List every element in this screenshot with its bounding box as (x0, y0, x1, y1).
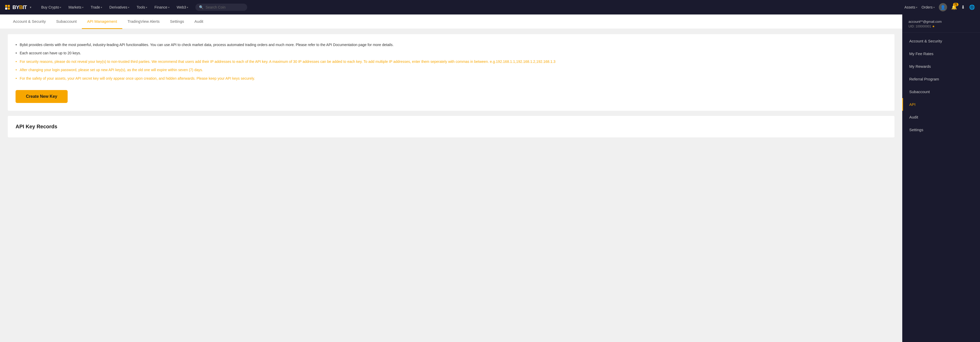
nav-finance[interactable]: Finance ▾ (151, 3, 173, 11)
chevron-down-icon: ▾ (187, 6, 188, 9)
orders-link[interactable]: Orders ▾ (921, 5, 935, 10)
records-title: API Key Records (16, 124, 887, 130)
brand-icon (5, 5, 10, 10)
navbar: BYBIT ▼ Buy Crypto ▾ Markets ▾ Trade ▾ D… (0, 0, 980, 14)
chevron-down-icon: ▾ (916, 6, 917, 9)
content-area: Bybit provides clients with the most pow… (0, 34, 902, 145)
records-card: API Key Records (8, 116, 894, 137)
sidebar-item-audit[interactable]: Audit (902, 111, 980, 124)
page-layout: Account & Security Subaccount API Manage… (0, 14, 980, 342)
chevron-down-icon: ▾ (168, 6, 169, 9)
right-sidebar: account**@gmail.com UID: 100000001 ★ Acc… (902, 14, 980, 342)
chevron-down-icon: ▾ (60, 6, 61, 9)
tab-settings[interactable]: Settings (165, 14, 189, 29)
tab-api-management[interactable]: API Management (82, 14, 122, 29)
search-bar[interactable]: 🔍 (196, 4, 247, 11)
nav-right: Assets ▾ Orders ▾ 👤 🔔 71 ⬇ 🌐 (904, 3, 975, 11)
notification-badge: 71 (953, 3, 958, 6)
nav-tools[interactable]: Tools ▾ (134, 3, 150, 11)
chevron-down-icon: ▾ (128, 6, 129, 9)
user-info: account**@gmail.com UID: 100000001 ★ (902, 14, 980, 33)
globe-icon: 🌐 (969, 5, 975, 10)
sidebar-item-api[interactable]: API (902, 98, 980, 111)
sidebar-item-account-security[interactable]: Account & Security (902, 35, 980, 48)
tab-tradingview-alerts[interactable]: TradingView Alerts (122, 14, 165, 29)
chevron-down-icon: ▾ (933, 6, 935, 9)
brand[interactable]: BYBIT ▼ (5, 5, 32, 10)
language-button[interactable]: 🌐 (969, 5, 975, 10)
search-input[interactable] (205, 5, 242, 10)
create-key-button[interactable]: Create New Key (16, 90, 68, 103)
download-icon: ⬇ (961, 5, 965, 10)
search-icon: 🔍 (199, 5, 204, 10)
nav-derivatives[interactable]: Derivatives ▾ (106, 3, 132, 11)
info-item-password-warning: After changing your login password, plea… (16, 67, 887, 73)
sidebar-item-referral[interactable]: Referral Program (902, 73, 980, 86)
sidebar-item-fee-rates[interactable]: My Fee Rates (902, 48, 980, 60)
sidebar-item-rewards[interactable]: My Rewards (902, 60, 980, 73)
avatar-icon: 👤 (940, 5, 945, 10)
nav-items: Buy Crypto ▾ Markets ▾ Trade ▾ Derivativ… (38, 3, 904, 11)
nav-markets[interactable]: Markets ▾ (65, 3, 86, 11)
main-content: Account & Security Subaccount API Manage… (0, 14, 902, 342)
info-card: Bybit provides clients with the most pow… (8, 34, 894, 111)
info-item-safety-warning: For the safety of your assets, your API … (16, 76, 887, 81)
sidebar-item-subaccount[interactable]: Subaccount (902, 86, 980, 98)
brand-name: BYBIT (13, 5, 27, 10)
chevron-down-icon: ▾ (101, 6, 102, 9)
download-button[interactable]: ⬇ (961, 5, 965, 10)
user-email: account**@gmail.com (908, 20, 974, 24)
info-item-security-warning: For security reasons, please do not reve… (16, 59, 887, 65)
avatar[interactable]: 👤 (939, 3, 947, 11)
sidebar-item-settings[interactable]: Settings (902, 124, 980, 136)
tabs-bar: Account & Security Subaccount API Manage… (0, 14, 902, 29)
nav-web3[interactable]: Web3 ▾ (173, 3, 191, 11)
tab-account-security[interactable]: Account & Security (8, 14, 51, 29)
user-uid: UID: 100000001 ★ (908, 25, 974, 28)
chevron-down-icon: ▾ (82, 6, 83, 9)
assets-link[interactable]: Assets ▾ (904, 5, 917, 10)
info-list: Bybit provides clients with the most pow… (16, 42, 887, 81)
info-item-1: Bybit provides clients with the most pow… (16, 42, 887, 48)
brand-chevron-icon: ▼ (29, 6, 32, 9)
sidebar-menu: Account & Security My Fee Rates My Rewar… (902, 33, 980, 138)
info-item-2: Each account can have up to 20 keys. (16, 50, 887, 56)
tab-subaccount[interactable]: Subaccount (51, 14, 82, 29)
tab-audit[interactable]: Audit (189, 14, 208, 29)
nav-trade[interactable]: Trade ▾ (88, 3, 105, 11)
notification-button[interactable]: 🔔 71 (951, 5, 957, 10)
verified-icon: ★ (932, 25, 935, 28)
nav-buy-crypto[interactable]: Buy Crypto ▾ (38, 3, 64, 11)
chevron-down-icon: ▾ (146, 6, 147, 9)
